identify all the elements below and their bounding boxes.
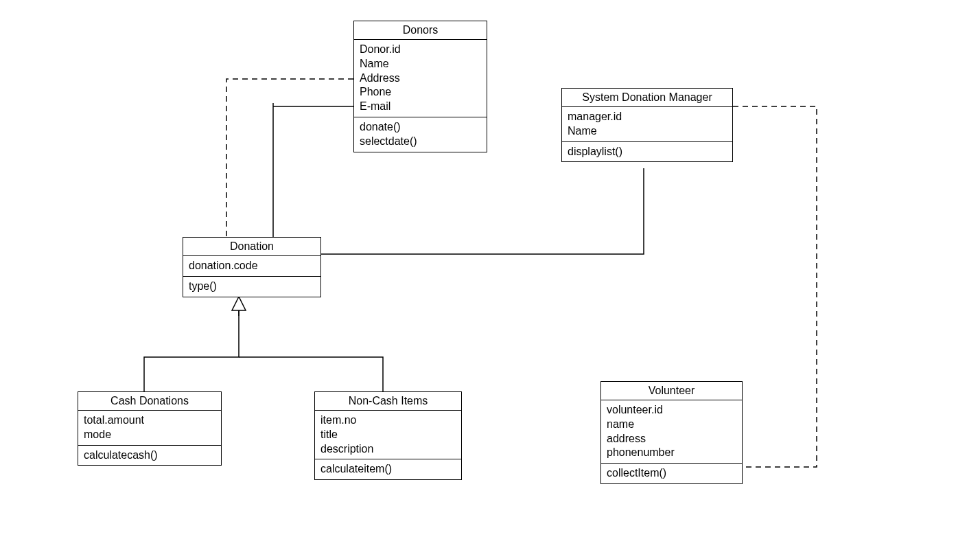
attribute: description — [320, 442, 456, 457]
class-volunteer: Volunteer volunteer.id name address phon… — [600, 381, 743, 484]
attribute: Phone — [360, 85, 481, 100]
attribute: address — [607, 432, 736, 446]
class-non-cash-items: Non-Cash Items item.no title description… — [314, 391, 462, 480]
class-cash-donations: Cash Donations total.amount mode calcula… — [78, 391, 222, 466]
class-title: Donors — [354, 21, 487, 40]
method: displaylist() — [568, 145, 727, 159]
attribute: item.no — [320, 413, 456, 428]
attribute: mode — [84, 428, 215, 442]
attribute: Address — [360, 71, 481, 86]
uml-connectors — [0, 0, 980, 559]
attribute: Name — [568, 124, 727, 139]
class-title: System Donation Manager — [562, 89, 732, 107]
class-methods: collectItem() — [601, 464, 742, 483]
class-title: Cash Donations — [78, 392, 221, 411]
method: donate() — [360, 120, 481, 135]
attribute: total.amount — [84, 413, 215, 428]
class-title: Donation — [183, 238, 320, 256]
attribute: volunteer.id — [607, 403, 736, 418]
class-attributes: donation.code — [183, 256, 320, 277]
class-donation: Donation donation.code type() — [183, 237, 321, 297]
attribute: Name — [360, 57, 481, 71]
class-methods: calculatecash() — [78, 446, 221, 466]
class-methods: calculateitem() — [315, 459, 461, 479]
class-donors: Donors Donor.id Name Address Phone E-mai… — [353, 21, 487, 152]
method: selectdate() — [360, 135, 481, 149]
attribute: phonenumber — [607, 446, 736, 460]
method: calculateitem() — [320, 462, 456, 477]
class-attributes: total.amount mode — [78, 411, 221, 446]
svg-marker-0 — [232, 297, 246, 310]
class-attributes: Donor.id Name Address Phone E-mail — [354, 40, 487, 117]
class-system-donation-manager: System Donation Manager manager.id Name … — [561, 88, 733, 162]
class-attributes: volunteer.id name address phonenumber — [601, 400, 742, 464]
method: collectItem() — [607, 466, 736, 481]
method: type() — [189, 280, 315, 294]
method: calculatecash() — [84, 448, 215, 463]
attribute: donation.code — [189, 259, 315, 273]
attribute: Donor.id — [360, 43, 481, 57]
class-methods: displaylist() — [562, 142, 732, 162]
attribute: manager.id — [568, 110, 727, 124]
attribute: title — [320, 428, 456, 442]
class-attributes: item.no title description — [315, 411, 461, 459]
class-title: Non-Cash Items — [315, 392, 461, 411]
class-title: Volunteer — [601, 382, 742, 400]
attribute: name — [607, 418, 736, 432]
attribute: E-mail — [360, 100, 481, 114]
class-methods: donate() selectdate() — [354, 117, 487, 152]
class-attributes: manager.id Name — [562, 107, 732, 142]
class-methods: type() — [183, 277, 320, 297]
